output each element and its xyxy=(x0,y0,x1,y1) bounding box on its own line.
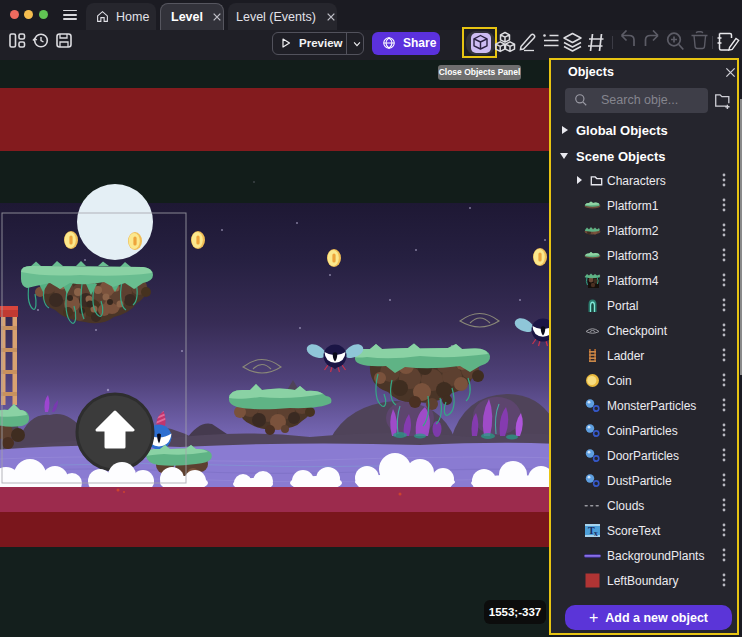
svg-text:x: x xyxy=(594,529,598,538)
